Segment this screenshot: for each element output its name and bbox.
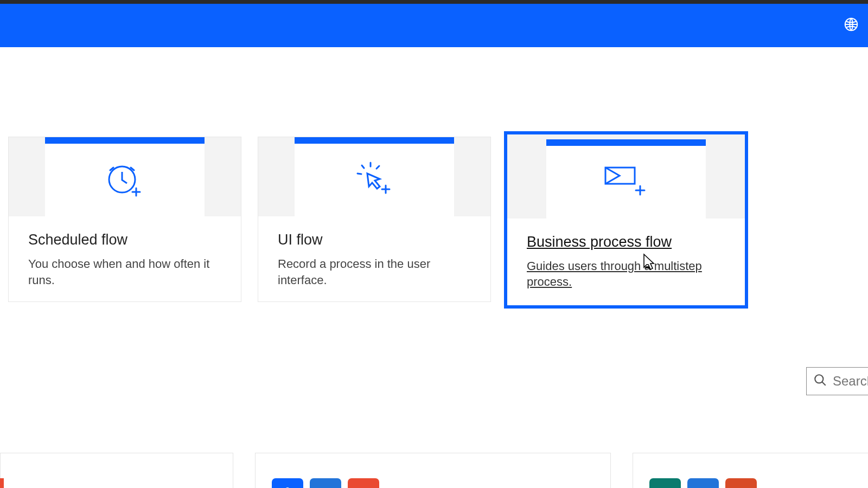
- mini-window: [546, 139, 706, 219]
- card-title: Scheduled flow: [28, 232, 221, 248]
- globe-icon[interactable]: [843, 16, 863, 35]
- card-description: You choose when and how often it runs.: [28, 256, 221, 288]
- card-ui-flow[interactable]: UI flow Record a process in the user int…: [258, 137, 491, 302]
- card-illustration: [507, 134, 745, 219]
- card-illustration: [9, 137, 241, 216]
- window-title-stripe: [0, 0, 868, 4]
- template-row: [10, 453, 868, 488]
- card-title: Business process flow: [527, 234, 725, 251]
- search-input[interactable]: [833, 374, 868, 389]
- template-card[interactable]: [633, 453, 868, 488]
- card-body: Business process flow Guides users throu…: [507, 219, 745, 305]
- card-body: UI flow Record a process in the user int…: [258, 216, 490, 303]
- connector-tile-icon: [0, 478, 4, 488]
- card-description: Record a process in the user interface.: [278, 256, 471, 288]
- clock-plus-icon: [106, 161, 144, 199]
- search-icon: [813, 373, 827, 389]
- connector-tile-icon: [649, 478, 681, 488]
- card-illustration: [258, 137, 490, 216]
- process-plus-icon: [602, 164, 650, 200]
- flow-type-cards: Scheduled flow You choose when and how o…: [8, 137, 745, 305]
- connector-tile-icon: [687, 478, 719, 488]
- connector-tile-icon: [272, 478, 303, 488]
- app-header: [0, 4, 868, 47]
- search-box[interactable]: [806, 367, 868, 395]
- cursor-click-plus-icon: [354, 162, 394, 198]
- mini-window: [295, 137, 454, 216]
- connector-tile-icon: [310, 478, 341, 488]
- card-description: Guides users through a multistep process…: [527, 258, 725, 290]
- card-business-process-flow[interactable]: Business process flow Guides users throu…: [507, 134, 745, 305]
- mini-window: [45, 137, 205, 216]
- template-card[interactable]: [0, 453, 233, 488]
- connector-tile-icon: [725, 478, 757, 488]
- connector-tile-icon: [348, 478, 379, 488]
- svg-point-4: [815, 375, 823, 383]
- card-scheduled-flow[interactable]: Scheduled flow You choose when and how o…: [8, 137, 241, 302]
- template-card[interactable]: [255, 453, 611, 488]
- card-title: UI flow: [278, 232, 471, 248]
- card-body: Scheduled flow You choose when and how o…: [9, 216, 241, 303]
